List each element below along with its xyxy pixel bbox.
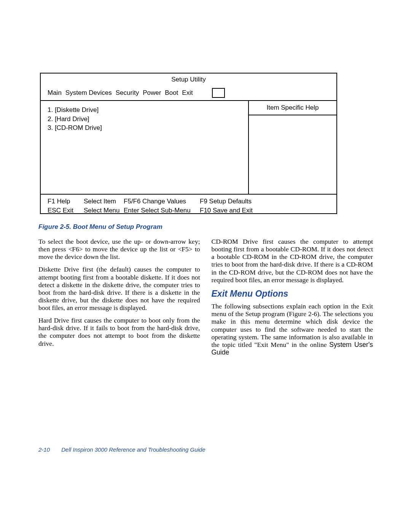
bios-menu-exit: Exit xyxy=(182,88,193,97)
bios-help-body xyxy=(249,115,336,194)
bios-key-hint: Enter Select Sub-Menu xyxy=(124,206,200,215)
bios-footer-row: ESC Exit Select Menu Enter Select Sub-Me… xyxy=(48,206,330,215)
paragraph: Hard Drive first causes the computer to … xyxy=(38,316,200,347)
page-footer: 2-10 Dell Inspiron 3000 Reference and Tr… xyxy=(38,446,206,453)
bios-help-pane: Item Specific Help xyxy=(248,101,336,194)
bios-menu-bar: Main System Devices Security Power Boot … xyxy=(41,84,336,100)
bios-key-hint: F10 Save and Exit xyxy=(200,206,268,215)
bios-key-hint: Select Item xyxy=(84,197,124,206)
bios-footer: F1 Help Select Item F5/F6 Change Values … xyxy=(41,195,336,218)
bios-footer-row: F1 Help Select Item F5/F6 Change Values … xyxy=(48,197,330,206)
section-heading: Exit Menu Options xyxy=(212,289,373,299)
bios-help-header: Item Specific Help xyxy=(249,101,336,115)
paragraph: Diskette Drive first (the default) cause… xyxy=(38,265,200,312)
body-text: To select the boot device, use the up- o… xyxy=(38,238,373,356)
footer-title: Dell Inspiron 3000 Reference and Trouble… xyxy=(61,446,205,453)
boot-item: 3. [CD-ROM Drive] xyxy=(48,123,241,133)
figure-caption: Figure 2-5. Boot Menu of Setup Program xyxy=(38,223,162,231)
bios-key-hint: F5/F6 Change Values xyxy=(124,197,200,206)
bios-boot-list: 1. [Diskette Drive] 2. [Hard Drive] 3. [… xyxy=(41,101,248,194)
bios-figure: Setup Utility Main System Devices Securi… xyxy=(40,73,337,214)
bios-key-hint: Select Menu xyxy=(84,206,124,215)
paragraph: CD-ROM Drive first causes the computer t… xyxy=(212,238,373,284)
boot-item: 2. [Hard Drive] xyxy=(48,115,241,124)
bios-menu-security: Security xyxy=(116,88,139,97)
bios-key-hint: F1 Help xyxy=(48,197,84,206)
bios-menu-power: Power xyxy=(143,88,161,97)
bios-menu-selector-box xyxy=(212,88,225,98)
document-page: Setup Utility Main System Devices Securi… xyxy=(0,0,411,532)
boot-item: 1. [Diskette Drive] xyxy=(48,105,241,115)
paragraph: To select the boot device, use the up- o… xyxy=(38,238,200,260)
bios-key-hint: F9 Setup Defaults xyxy=(200,197,268,206)
bios-body: 1. [Diskette Drive] 2. [Hard Drive] 3. [… xyxy=(41,101,336,194)
bios-title: Setup Utility xyxy=(41,73,336,84)
paragraph: The following subsections explain each o… xyxy=(212,302,373,356)
bios-key-hint: ESC Exit xyxy=(48,206,84,215)
bios-menu-main: Main xyxy=(48,88,62,97)
bios-menu-devices: System Devices xyxy=(65,88,112,97)
page-number: 2-10 xyxy=(38,446,50,453)
bios-menu-boot: Boot xyxy=(165,88,178,97)
